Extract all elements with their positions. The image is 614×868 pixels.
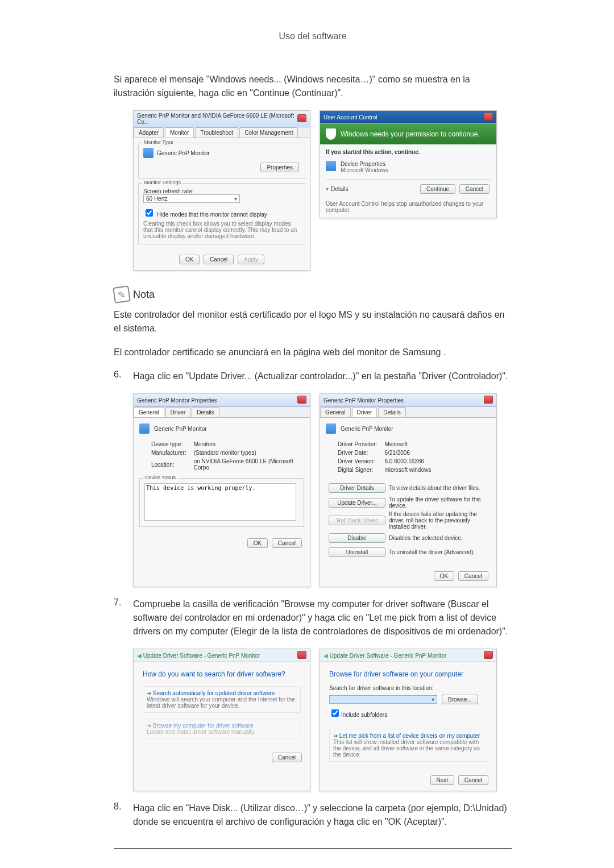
monitor-icon [143, 148, 154, 158]
step-number: 8. [114, 801, 133, 829]
uac-headline-band: Windows needs your permission to contion… [320, 124, 496, 144]
monitor-icon [326, 423, 336, 434]
ok-button[interactable]: OK [434, 571, 454, 581]
uac-headline: Windows needs your permission to contion… [341, 130, 480, 138]
tab-details[interactable]: Details [192, 407, 219, 417]
close-icon[interactable] [484, 651, 493, 659]
option-title: Browse my computer for driver software [153, 722, 254, 729]
include-subfolders-label: Include subfolders [341, 712, 387, 718]
driver-details-button[interactable]: Driver Details [329, 483, 385, 493]
intro-paragraph: Si aparece el mensaje "Windows needs... … [114, 73, 512, 100]
window-controls[interactable] [296, 114, 306, 123]
wizard-breadcrumb: Update Driver Software - Generic PnP Mon… [330, 653, 446, 659]
note-heading: ✎ Nota [114, 286, 512, 302]
update-driver-button[interactable]: Update Driver... [329, 498, 385, 508]
next-button[interactable]: Next [430, 775, 455, 785]
uninstall-button[interactable]: Uninstall [329, 547, 385, 557]
uac-body: If you started this action, continue. De… [320, 144, 496, 218]
properties-button[interactable]: Properties [260, 163, 299, 172]
disable-desc: Disables the selected device. [388, 531, 489, 545]
tab-monitor[interactable]: Monitor [165, 127, 194, 138]
dialog-titlebar: Generic PnP Monitor and NVIDIA GeForce 6… [134, 111, 310, 127]
program-icon [326, 161, 336, 171]
wizard-heading: How do you want to search for driver sof… [143, 670, 301, 678]
note-icon: ✎ [113, 285, 131, 304]
refresh-rate-select[interactable]: 60 Hertz [143, 194, 240, 203]
window-controls[interactable] [483, 396, 493, 405]
hide-modes-label: Hide modes that this monitor cannot disp… [157, 211, 267, 218]
window-controls[interactable] [296, 651, 306, 660]
wizard-titlebar: ◀ Update Driver Software - Generic PnP M… [320, 649, 496, 662]
close-icon[interactable] [484, 396, 493, 404]
tab-driver[interactable]: Driver [165, 407, 191, 417]
close-icon[interactable] [297, 651, 306, 659]
date-label: Driver Date: [337, 449, 377, 456]
location-select[interactable] [329, 695, 437, 704]
tab-general[interactable]: General [320, 407, 351, 417]
tab-troubleshoot[interactable]: Troubleshoot [195, 127, 238, 138]
cancel-button[interactable]: Cancel [458, 571, 488, 581]
back-icon[interactable]: ◀ [323, 653, 328, 659]
ok-button[interactable]: OK [247, 538, 268, 548]
uac-footnote: User Account Control helps stop unauthor… [326, 201, 491, 213]
note-paragraph-1: Este controlador del monitor está certif… [114, 308, 512, 335]
hide-modes-checkbox[interactable] [146, 209, 153, 217]
step-text: Haga clic en "Update Driver... (Actualiz… [133, 369, 512, 383]
mfr-value: (Standard monitor types) [188, 449, 303, 456]
tab-details[interactable]: Details [378, 407, 406, 417]
option-search-auto[interactable]: ➔ Search automatically for updated drive… [143, 686, 301, 713]
window-controls[interactable] [483, 113, 493, 122]
dialog-titlebar: Generic PnP Monitor Properties [320, 394, 496, 407]
option-title: Let me pick from a list of device driver… [339, 733, 480, 739]
continue-button[interactable]: Continue [420, 184, 455, 194]
monitor-settings-group: Monitor Settings Screen refresh rate: 60… [138, 183, 305, 244]
location-label: Search for driver software in this locat… [329, 685, 487, 691]
cancel-button[interactable]: Cancel [204, 255, 234, 264]
include-subfolders-checkbox[interactable] [331, 709, 339, 717]
close-icon[interactable] [484, 113, 493, 121]
close-icon[interactable] [297, 396, 306, 404]
device-name: Generic PnP Monitor [341, 426, 393, 432]
cancel-button[interactable]: Cancel [459, 184, 489, 194]
provider-label: Driver Provider: [337, 441, 377, 448]
step-8: 8. Haga clic en "Have Disk... (Utilizar … [114, 801, 512, 829]
close-icon[interactable] [297, 114, 306, 122]
ok-button[interactable]: OK [179, 255, 200, 264]
dialog-tabs: Adapter Monitor Troubleshoot Color Manag… [134, 127, 310, 138]
tab-color-management[interactable]: Color Management [239, 127, 298, 138]
uac-started-text: If you started this action, continue. [326, 149, 491, 155]
signer-label: Digital Signer: [337, 466, 377, 474]
tab-general[interactable]: General [134, 407, 164, 417]
driver-details-desc: To view details about the driver files. [388, 481, 489, 495]
window-controls[interactable] [296, 396, 306, 405]
uninstall-desc: To uninstall the driver (Advanced). [388, 546, 489, 559]
option-pick-from-list[interactable]: ➔ Let me pick from a list of device driv… [329, 729, 487, 762]
loc-value: on NVIDIA GeForce 6600 LE (Microsoft Cor… [188, 458, 303, 471]
signer-value: microsoft windows [379, 466, 432, 474]
cancel-button[interactable]: Cancel [458, 775, 488, 785]
tab-adapter[interactable]: Adapter [134, 127, 164, 138]
back-icon[interactable]: ◀ [137, 653, 142, 659]
update-driver-desc: To update the driver software for this d… [388, 496, 489, 509]
browse-button[interactable]: Browse... [442, 695, 478, 704]
details-toggle[interactable]: Details [331, 186, 349, 192]
version-value: 6.0.6000.16386 [379, 458, 432, 465]
cancel-button[interactable]: Cancel [272, 538, 302, 548]
tab-driver[interactable]: Driver [352, 407, 377, 417]
rollback-button[interactable]: Roll Back Driver [329, 516, 385, 525]
cancel-button[interactable]: Cancel [272, 753, 302, 762]
loc-label: Location: [151, 458, 187, 471]
window-controls[interactable] [483, 651, 493, 660]
arrow-icon: ➔ [333, 733, 339, 739]
chevron-down-icon[interactable]: ▾ [326, 186, 329, 192]
apply-button[interactable]: Apply [238, 255, 264, 264]
disable-button[interactable]: Disable [329, 533, 385, 543]
figure-row-1: Generic PnP Monitor and NVIDIA GeForce 6… [133, 110, 512, 271]
properties-general-dialog: Generic PnP Monitor Properties General D… [133, 393, 310, 587]
option-browse[interactable]: ➔ Browse my computer for driver software… [143, 719, 301, 739]
wizard-breadcrumb: Update Driver Software - Generic PnP Mon… [143, 653, 260, 659]
update-wizard-browse: ◀ Update Driver Software - Generic PnP M… [320, 649, 497, 791]
dialog-title: Generic PnP Monitor Properties [137, 397, 217, 404]
step-number: 6. [114, 369, 133, 383]
option-title: Search automatically for updated driver … [153, 690, 275, 696]
